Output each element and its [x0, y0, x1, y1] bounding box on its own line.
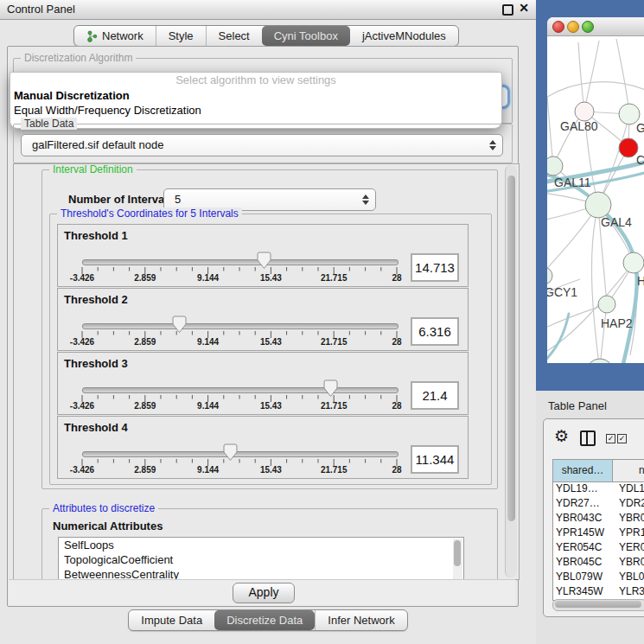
table-cell-name[interactable]: YER0	[615, 541, 644, 556]
network-node[interactable]	[585, 192, 611, 218]
settings-scrollbar-thumb[interactable]	[507, 175, 515, 521]
table-row[interactable]: YDR27…YDR2	[553, 497, 644, 512]
network-node-label: C	[636, 153, 644, 167]
attribute-list-item[interactable]: SelfLoops	[59, 538, 463, 552]
table-cell-shared-name[interactable]: YDL19…	[553, 482, 615, 497]
slider-thumb[interactable]	[223, 443, 238, 462]
settings-scrollbar[interactable]	[505, 165, 517, 577]
table-row[interactable]: YER054CYER0	[553, 541, 644, 556]
checkbox-icon[interactable]: ✓	[617, 434, 627, 443]
table-cell-name[interactable]: YBL0	[615, 571, 644, 585]
table-cell-shared-name[interactable]: YBR045C	[553, 556, 615, 571]
table-cell-shared-name[interactable]: YBR043C	[553, 512, 615, 526]
close-traffic-light[interactable]	[552, 21, 564, 33]
threshold-slider-track[interactable]	[82, 451, 399, 457]
threshold-panel: Threshold 2-3.4262.8599.14415.4321.71528…	[57, 288, 469, 351]
checkbox-icon[interactable]: ✓	[606, 434, 615, 443]
network-canvas[interactable]: GAGAL80CGAL11GAL4GCY1HHAP2	[547, 35, 644, 363]
table-cell-shared-name[interactable]: YDR27…	[553, 497, 615, 512]
threshold-value-field[interactable]: 11.344	[411, 445, 459, 474]
network-node-label: GCY1	[547, 285, 577, 299]
apply-button[interactable]: Apply	[233, 583, 295, 603]
table-body: YDL19…YDL1YDR27…YDR2YBR043CYBR0YPR145WYP…	[553, 482, 644, 615]
network-icon	[86, 30, 98, 42]
slider-thumb[interactable]	[172, 316, 187, 334]
slider-thumb[interactable]	[323, 379, 338, 398]
table-cell-shared-name[interactable]: YBL079W	[553, 571, 615, 585]
algorithm-item-manual[interactable]: Manual Discretization	[10, 88, 501, 103]
slider-tick-label: 21.715	[321, 465, 348, 475]
close-icon[interactable]: ✕	[519, 1, 529, 15]
table-data-combobox[interactable]: galFiltered.sif default node	[21, 134, 503, 156]
tab-infer-network[interactable]: Infer Network	[315, 610, 406, 630]
tab-impute-data[interactable]: Impute Data	[129, 610, 214, 630]
tab-network-label: Network	[102, 26, 143, 46]
network-node[interactable]	[575, 102, 594, 121]
attribute-list-item[interactable]: TopologicalCoefficient	[59, 552, 463, 567]
table-cell-shared-name[interactable]: YPR145W	[553, 526, 615, 541]
table-row[interactable]: YLR345WYLR3	[553, 585, 644, 600]
column-header-shared[interactable]: shared…	[553, 460, 613, 481]
network-node[interactable]	[619, 138, 638, 157]
slider-ticks	[81, 331, 399, 339]
threshold-value-field[interactable]: 14.713	[411, 253, 459, 282]
thresholds-group: Threshold's Coordinates for 5 Intervals …	[49, 214, 492, 485]
algorithm-dropdown-popup: Select algorithm to view settings Manual…	[10, 72, 502, 129]
numerical-attributes-list[interactable]: SelfLoopsTopologicalCoefficientBetweenne…	[58, 537, 464, 580]
slider-tick-label: 2.859	[134, 273, 156, 283]
table-row[interactable]: YBR043CYBR0	[553, 512, 644, 526]
table-hscrollbar-thumb[interactable]	[555, 601, 641, 608]
table-row[interactable]: YBR045CYBR0	[553, 556, 644, 571]
attributes-list-scrollbar[interactable]	[453, 539, 462, 580]
slider-tick-label: 2.859	[134, 465, 156, 475]
number-of-intervals-label: Number of Intervals	[68, 193, 174, 206]
table-row[interactable]: YDL19…YDL1	[553, 482, 644, 497]
slider-tick-label: 15.43	[260, 401, 282, 411]
tab-network[interactable]: Network	[74, 26, 156, 46]
tab-select[interactable]: Select	[206, 26, 262, 46]
threshold-value-field[interactable]: 6.316	[411, 317, 459, 346]
float-window-icon[interactable]	[502, 4, 513, 16]
slider-tick-label: 15.43	[260, 273, 282, 283]
table-cell-shared-name[interactable]: YLR345W	[553, 585, 615, 600]
table-row[interactable]: YPR145WYPR1	[553, 526, 644, 541]
table-cell-name[interactable]: YDL1	[615, 482, 644, 497]
algorithm-placeholder-item[interactable]: Select algorithm to view settings	[10, 73, 501, 88]
threshold-panel: Threshold 1-3.4262.8599.14415.4321.71528…	[57, 224, 469, 287]
table-cell-shared-name[interactable]: YER054C	[553, 541, 615, 556]
zoom-traffic-light[interactable]	[582, 21, 594, 33]
network-node[interactable]	[547, 156, 563, 175]
slider-thumb[interactable]	[257, 252, 271, 270]
network-node[interactable]	[586, 359, 614, 363]
interval-definition-group: Interval Definition Number of Intervals …	[41, 169, 498, 489]
tab-jactivemnodules[interactable]: jActiveMNodules	[350, 26, 458, 46]
table-cell-name[interactable]: YLR3	[615, 585, 644, 600]
table-cell-name[interactable]: YBR0	[615, 512, 644, 526]
split-columns-icon[interactable]	[580, 430, 596, 446]
network-node-label: GAL80	[560, 119, 598, 133]
threshold-label: Threshold 1	[64, 229, 128, 242]
control-panel-window: Control Panel ✕ Network Style Select	[0, 0, 536, 644]
table-cell-name[interactable]: YDR2	[615, 497, 644, 512]
network-node[interactable]	[623, 252, 644, 273]
algorithm-item-equal-width[interactable]: Equal Width/Frequency Discretization	[10, 103, 501, 118]
gear-icon[interactable]: ⚙	[554, 426, 569, 446]
tab-discretize-data[interactable]: Discretize Data	[214, 610, 315, 630]
tab-cyni-toolbox[interactable]: Cyni Toolbox	[262, 26, 350, 46]
threshold-slider-track[interactable]	[82, 259, 399, 265]
minimize-traffic-light[interactable]	[567, 21, 579, 33]
network-node[interactable]	[547, 267, 552, 284]
attribute-list-item[interactable]: BetweennessCentrality	[59, 567, 463, 580]
slider-tick-label: 15.43	[260, 337, 282, 347]
table-cell-name[interactable]: YPR1	[615, 526, 644, 541]
table-hscrollbar[interactable]	[552, 599, 644, 611]
table-row[interactable]: YBL079WYBL0	[553, 571, 644, 585]
column-header-name[interactable]: name	[613, 460, 644, 481]
threshold-slider-track[interactable]	[82, 323, 399, 329]
threshold-label: Threshold 3	[64, 357, 128, 370]
tab-style[interactable]: Style	[156, 26, 206, 46]
threshold-slider-track[interactable]	[82, 387, 399, 393]
threshold-value-field[interactable]: 21.4	[411, 381, 459, 410]
network-node[interactable]	[598, 296, 615, 313]
table-cell-name[interactable]: YBR0	[615, 556, 644, 571]
